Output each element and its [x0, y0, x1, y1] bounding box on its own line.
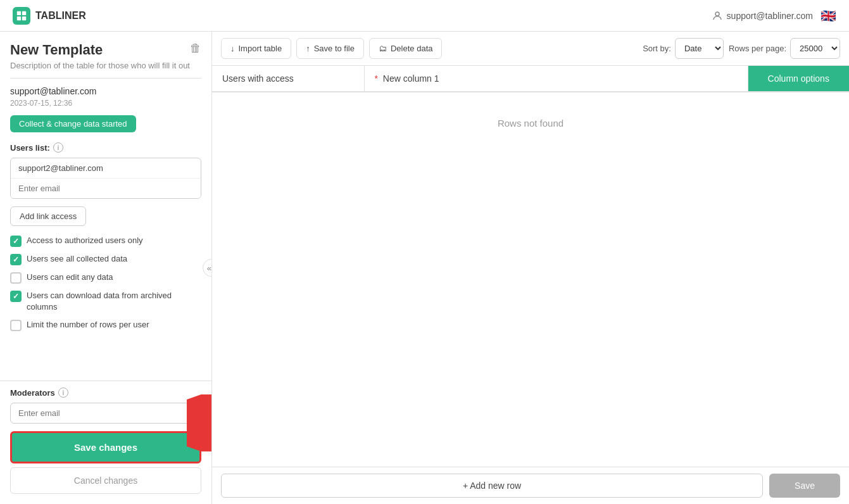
delete-icon: 🗂: [379, 44, 387, 53]
language-flag[interactable]: 🇬🇧: [821, 8, 836, 23]
checkbox-download-archived[interactable]: [10, 291, 22, 302]
template-description: Description of the table for those who w…: [10, 61, 201, 79]
rows-per-page-select[interactable]: 25000 10000 5000 1000: [790, 38, 840, 59]
checkbox-item-limit-rows: Limit the number of rows per user: [10, 319, 201, 331]
svg-rect-3: [22, 16, 26, 20]
topnav-right: support@tabliner.com 🇬🇧: [712, 8, 836, 23]
add-user-email-input[interactable]: [11, 179, 201, 198]
checkbox-item-edit-data: Users can edit any data: [10, 272, 201, 284]
data-table: Users with access * New column 1 Column …: [212, 66, 849, 154]
checkbox-item-download-archived: Users can download data from archived co…: [10, 290, 201, 313]
checkbox-download-archived-label: Users can download data from archived co…: [27, 290, 201, 313]
svg-rect-1: [22, 11, 26, 15]
logo-text: TABLINER: [35, 10, 86, 22]
save-changes-button[interactable]: Save changes: [10, 431, 201, 463]
moderators-label: Moderators i: [10, 387, 201, 398]
sort-group: Sort by: Date Name ID: [643, 38, 724, 59]
sidebar: New Template 🗑 Description of the table …: [0, 32, 212, 504]
checkbox-list: Access to authorized users only Users se…: [10, 235, 201, 331]
delete-template-icon[interactable]: 🗑: [190, 42, 201, 55]
users-list-box: support2@tabliner.com: [10, 158, 201, 199]
users-list-info-icon[interactable]: i: [53, 142, 63, 153]
users-list-label: Users list: i: [10, 142, 201, 153]
logo: TABLINER: [13, 7, 86, 25]
sort-select[interactable]: Date Name ID: [675, 38, 724, 59]
checkbox-item-authorized: Access to authorized users only: [10, 235, 201, 247]
delete-data-button[interactable]: 🗂 Delete data: [369, 38, 443, 59]
checkbox-see-data[interactable]: [10, 254, 22, 265]
sort-label: Sort by:: [643, 44, 671, 53]
empty-message: Rows not found: [212, 92, 849, 154]
svg-rect-0: [17, 11, 21, 15]
checkbox-limit-rows[interactable]: [10, 320, 22, 331]
required-star: *: [375, 73, 378, 84]
save-to-file-button[interactable]: ↑ Save to file: [296, 38, 364, 59]
toolbar: ↓ Import table ↑ Save to file 🗂 Delete d…: [212, 32, 849, 66]
top-nav: TABLINER support@tabliner.com 🇬🇧: [0, 0, 849, 32]
checkbox-item-see-data: Users see all collected data: [10, 253, 201, 265]
svg-rect-2: [17, 16, 21, 20]
save-table-button[interactable]: Save: [769, 474, 840, 498]
moderator-email-input[interactable]: [10, 403, 201, 424]
col-users-with-access: Users with access: [212, 66, 364, 92]
sidebar-user-email: support@tabliner.com: [10, 86, 201, 96]
checkbox-edit-data-label: Users can edit any data: [27, 272, 113, 283]
users-list-item: support2@tabliner.com: [11, 158, 201, 179]
table-area: Users with access * New column 1 Column …: [212, 66, 849, 467]
checkbox-authorized-label: Access to authorized users only: [27, 235, 143, 246]
add-row-area: + Add new row Save: [212, 467, 849, 504]
checkbox-edit-data[interactable]: [10, 272, 22, 284]
save-file-icon: ↑: [306, 44, 310, 53]
rows-group: Rows per page: 25000 10000 5000 1000: [729, 38, 840, 59]
status-badge[interactable]: Collect & change data started: [10, 115, 136, 132]
import-icon: ↓: [230, 44, 235, 53]
user-email-text: support@tabliner.com: [727, 11, 813, 21]
checkbox-see-data-label: Users see all collected data: [27, 253, 127, 265]
rows-label: Rows per page:: [729, 44, 786, 53]
checkbox-limit-rows-label: Limit the number of rows per user: [27, 319, 149, 331]
logo-icon: [13, 7, 30, 25]
main-content: ↓ Import table ↑ Save to file 🗂 Delete d…: [212, 32, 849, 504]
col-new-column-1[interactable]: * New column 1: [364, 66, 748, 92]
add-new-row-button[interactable]: + Add new row: [221, 474, 763, 498]
main-layout: New Template 🗑 Description of the table …: [0, 32, 849, 504]
user-email-display: support@tabliner.com: [712, 10, 813, 22]
sidebar-user-date: 2023-07-15, 12:36: [10, 99, 201, 108]
cancel-changes-button[interactable]: Cancel changes: [10, 467, 201, 494]
checkbox-authorized[interactable]: [10, 236, 22, 247]
add-link-access-button[interactable]: Add link access: [10, 206, 86, 226]
svg-point-4: [715, 12, 719, 16]
moderators-info-icon[interactable]: i: [58, 387, 68, 398]
template-title: New Template: [10, 42, 103, 58]
column-options-button[interactable]: Column options: [748, 66, 849, 92]
import-table-button[interactable]: ↓ Import table: [221, 38, 291, 59]
sidebar-footer: Moderators i Save changes Cancel changes: [0, 381, 211, 504]
